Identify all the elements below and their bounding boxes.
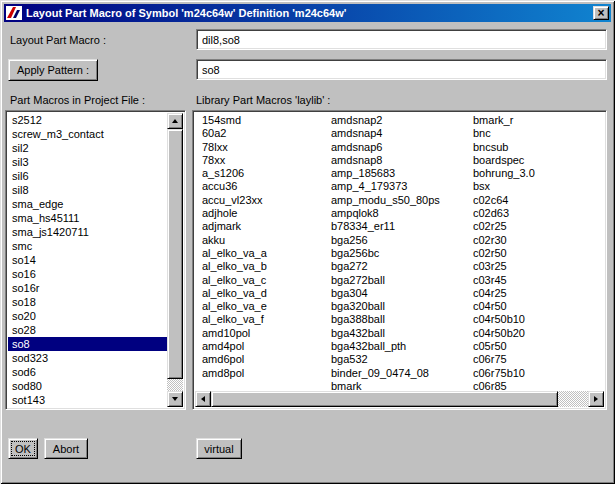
library-macros-listbox[interactable]: 154smd60a278lxx78xxa_s1206accu36accu_vl2… — [192, 110, 607, 410]
layout-part-macro-input[interactable] — [197, 30, 606, 49]
list-item[interactable]: sma_js1420711 — [8, 225, 167, 239]
list-item[interactable]: bga256 — [331, 234, 473, 247]
list-item[interactable]: c04r50 — [473, 300, 604, 313]
list-item[interactable]: sod323 — [8, 351, 167, 365]
scroll-right-button[interactable] — [588, 391, 604, 407]
list-item[interactable]: c02c64 — [473, 194, 604, 207]
list-item[interactable]: c02r30 — [473, 234, 604, 247]
virtual-button[interactable]: virtual — [196, 438, 242, 459]
list-item[interactable]: sil8 — [8, 183, 167, 197]
list-item[interactable]: sma_edge — [8, 197, 167, 211]
list-item[interactable]: al_elko_va_d — [202, 287, 331, 300]
list-item[interactable]: c03r25 — [473, 260, 604, 273]
list-item[interactable]: so16 — [8, 267, 167, 281]
list-item[interactable]: sot143 — [8, 393, 167, 407]
list-item[interactable]: bga304 — [331, 287, 473, 300]
list-item[interactable]: c06r75b10 — [473, 367, 604, 380]
list-item[interactable]: so18 — [8, 295, 167, 309]
list-item[interactable]: bga388ball — [331, 313, 473, 326]
list-item[interactable]: c02r25 — [473, 220, 604, 233]
list-item[interactable]: amp_modu_s50_80ps — [331, 194, 473, 207]
list-item[interactable]: c06r75 — [473, 353, 604, 366]
apply-pattern-input[interactable] — [197, 60, 606, 79]
list-item[interactable]: smc — [8, 239, 167, 253]
list-item[interactable]: accu_vl23xx — [202, 194, 331, 207]
scrollbar-thumb[interactable] — [167, 129, 183, 379]
list-item[interactable]: c02r50 — [473, 247, 604, 260]
list-item[interactable]: so14 — [8, 253, 167, 267]
scroll-left-button[interactable] — [195, 391, 211, 407]
list-item[interactable]: bga256bc — [331, 247, 473, 260]
list-item[interactable]: accu36 — [202, 180, 331, 193]
list-item[interactable]: c03r45 — [473, 274, 604, 287]
abort-button[interactable]: Abort — [44, 438, 88, 459]
list-item[interactable]: al_elko_va_a — [202, 247, 331, 260]
list-item[interactable]: adjmark — [202, 220, 331, 233]
list-item[interactable]: c05r50 — [473, 340, 604, 353]
list-item[interactable]: sma_hs45111 — [8, 211, 167, 225]
list-item[interactable]: c06r85 — [473, 380, 604, 391]
list-item[interactable]: bga320ball — [331, 300, 473, 313]
list-item[interactable]: b78334_er11 — [331, 220, 473, 233]
list-item[interactable]: amd6pol — [202, 353, 331, 366]
list-item[interactable]: bga432ball_pth — [331, 340, 473, 353]
list-item[interactable]: al_elko_va_c — [202, 274, 331, 287]
project-macros-listbox[interactable]: s2512screw_m3_contactsil2sil3sil6sil8sma… — [5, 110, 186, 410]
list-item[interactable]: sil3 — [8, 155, 167, 169]
horizontal-scrollbar[interactable] — [195, 391, 604, 407]
list-item[interactable]: amdsnap2 — [331, 114, 473, 127]
list-item[interactable]: 60a2 — [202, 127, 331, 140]
list-item[interactable]: 78xx — [202, 154, 331, 167]
list-item[interactable]: bmark_r — [473, 114, 604, 127]
list-item[interactable]: sil2 — [8, 141, 167, 155]
list-item[interactable]: 78lxx — [202, 141, 331, 154]
list-item[interactable]: ampqlok8 — [331, 207, 473, 220]
list-item[interactable]: screw_m3_contact — [8, 127, 167, 141]
list-item[interactable]: 154smd — [202, 114, 331, 127]
list-item[interactable]: boardspec — [473, 154, 604, 167]
list-item[interactable]: amdsnap4 — [331, 127, 473, 140]
list-item[interactable]: akku — [202, 234, 331, 247]
list-item[interactable]: bga532 — [331, 353, 473, 366]
list-item[interactable]: bohrung_3.0 — [473, 167, 604, 180]
list-item[interactable]: a_s1206 — [202, 167, 331, 180]
list-item[interactable]: c02d63 — [473, 207, 604, 220]
list-item[interactable]: amp_185683 — [331, 167, 473, 180]
scroll-up-button[interactable] — [167, 113, 183, 129]
list-item[interactable]: so16r — [8, 281, 167, 295]
list-item[interactable]: bga432ball — [331, 327, 473, 340]
list-item[interactable]: bncsub — [473, 141, 604, 154]
apply-pattern-button[interactable]: Apply Pattern : — [8, 59, 98, 81]
ok-button[interactable]: OK — [8, 438, 38, 459]
list-item[interactable]: bmark — [331, 380, 473, 391]
list-item[interactable]: bga272ball — [331, 274, 473, 287]
list-item[interactable]: c04r50b10 — [473, 313, 604, 326]
vertical-scrollbar[interactable] — [167, 113, 183, 407]
list-item[interactable]: al_elko_va_f — [202, 313, 331, 326]
list-item[interactable]: c04r50b20 — [473, 327, 604, 340]
list-item[interactable]: c04r25 — [473, 287, 604, 300]
list-item[interactable]: bga272 — [331, 260, 473, 273]
list-item[interactable]: sod6 — [8, 365, 167, 379]
list-item[interactable]: bsx — [473, 180, 604, 193]
close-button[interactable]: × — [593, 6, 609, 20]
list-item[interactable]: amd8pol — [202, 367, 331, 380]
list-item[interactable]: amdsnap6 — [331, 141, 473, 154]
list-item[interactable]: sod80 — [8, 379, 167, 393]
hscrollbar-thumb[interactable] — [211, 391, 558, 407]
list-item[interactable]: binder_09_0474_08 — [331, 367, 473, 380]
list-item[interactable]: so28 — [8, 323, 167, 337]
list-item[interactable]: al_elko_va_e — [202, 300, 331, 313]
list-item[interactable]: so20 — [8, 309, 167, 323]
list-item[interactable]: sil6 — [8, 169, 167, 183]
list-item[interactable]: amd4pol — [202, 340, 331, 353]
list-item[interactable]: adjhole — [202, 207, 331, 220]
list-item[interactable]: amp_4_179373 — [331, 180, 473, 193]
list-item[interactable]: al_elko_va_b — [202, 260, 331, 273]
scroll-down-button[interactable] — [167, 391, 183, 407]
list-item[interactable]: amd10pol — [202, 327, 331, 340]
list-item[interactable]: s2512 — [8, 113, 167, 127]
list-item[interactable]: amdsnap8 — [331, 154, 473, 167]
list-item[interactable]: bnc — [473, 127, 604, 140]
list-item[interactable]: so8 — [8, 337, 167, 351]
